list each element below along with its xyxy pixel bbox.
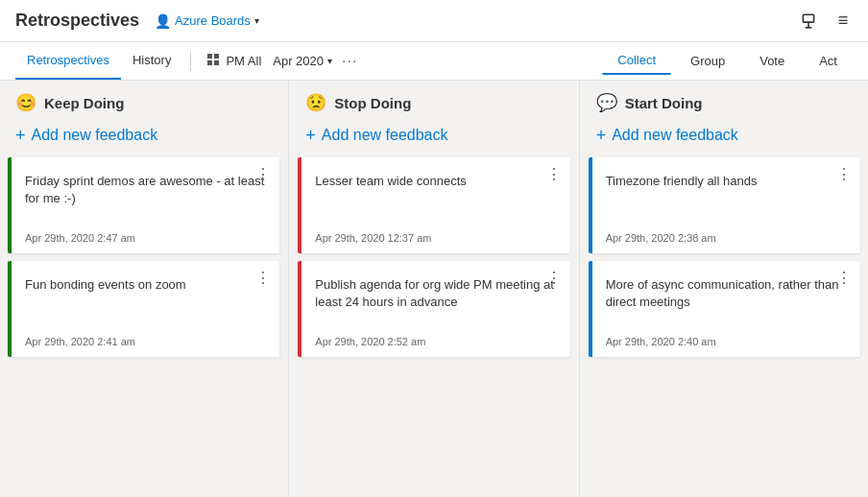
column-header-keep-doing: 😊 Keep Doing bbox=[0, 81, 287, 121]
tab-retrospectives[interactable]: Retrospectives bbox=[15, 42, 121, 80]
svg-rect-3 bbox=[207, 54, 212, 59]
nav-divider bbox=[190, 52, 191, 71]
board-label: PM All bbox=[226, 54, 261, 68]
add-feedback-label: Add new feedback bbox=[612, 127, 738, 144]
column-stop-doing: 😟 Stop Doing +Add new feedback ⋮ Lesser … bbox=[290, 81, 577, 497]
keep-doing-title: Keep Doing bbox=[44, 95, 124, 111]
person-icon: 👤 bbox=[155, 13, 171, 29]
card-menu-button[interactable]: ⋮ bbox=[546, 269, 563, 287]
phase-tabs: Collect Group Vote Act bbox=[602, 47, 853, 75]
column-separator bbox=[288, 81, 289, 497]
cards-area-start-doing: ⋮ Timezone friendly all hands Apr 29th, … bbox=[581, 154, 868, 497]
card-text: Lesser team wide connects bbox=[315, 173, 558, 223]
stop-doing-title: Stop Doing bbox=[334, 95, 411, 111]
column-keep-doing: 😊 Keep Doing +Add new feedback ⋮ Friday … bbox=[0, 81, 287, 497]
card-menu-button[interactable]: ⋮ bbox=[836, 165, 853, 183]
table-row[interactable]: ⋮ Fun bonding events on zoom Apr 29th, 2… bbox=[8, 261, 279, 357]
table-row[interactable]: ⋮ More of async communication, rather th… bbox=[589, 261, 860, 357]
table-row[interactable]: ⋮ Friday sprint demos are awesome - at l… bbox=[8, 157, 279, 253]
table-row[interactable]: ⋮ Publish agenda for org wide PM meeting… bbox=[298, 261, 569, 357]
add-feedback-start-doing[interactable]: +Add new feedback bbox=[581, 121, 868, 154]
board-selector[interactable]: PM All bbox=[199, 53, 269, 69]
card-text: Friday sprint demos are awesome - at lea… bbox=[25, 173, 268, 223]
card-date: Apr 29th, 2020 12:37 am bbox=[315, 232, 558, 244]
card-date: Apr 29th, 2020 2:40 am bbox=[606, 336, 849, 347]
tab-act[interactable]: Act bbox=[804, 48, 853, 74]
start-doing-icon: 💬 bbox=[596, 92, 617, 113]
table-row[interactable]: ⋮ Lesser team wide connects Apr 29th, 20… bbox=[298, 157, 569, 253]
plus-icon: + bbox=[15, 127, 26, 144]
table-row[interactable]: ⋮ Timezone friendly all hands Apr 29th, … bbox=[589, 157, 860, 253]
column-header-stop-doing: 😟 Stop Doing bbox=[290, 81, 577, 121]
card-text: Fun bonding events on zoom bbox=[25, 276, 268, 326]
tab-history[interactable]: History bbox=[121, 42, 182, 80]
more-options-button[interactable]: ··· bbox=[336, 53, 363, 70]
card-date: Apr 29th, 2020 2:38 am bbox=[606, 232, 849, 244]
add-feedback-stop-doing[interactable]: +Add new feedback bbox=[290, 121, 577, 154]
main-content: 😊 Keep Doing +Add new feedback ⋮ Friday … bbox=[0, 81, 868, 497]
add-feedback-keep-doing[interactable]: +Add new feedback bbox=[0, 121, 287, 154]
chevron-down-icon: ▾ bbox=[254, 15, 259, 26]
card-menu-button[interactable]: ⋮ bbox=[255, 269, 272, 287]
azure-boards-link[interactable]: 👤 Azure Boards ▾ bbox=[155, 13, 259, 29]
card-menu-button[interactable]: ⋮ bbox=[546, 165, 563, 183]
svg-rect-4 bbox=[214, 54, 219, 59]
card-text: Publish agenda for org wide PM meeting a… bbox=[315, 276, 558, 326]
board-grid-icon bbox=[206, 53, 220, 69]
add-feedback-label: Add new feedback bbox=[322, 127, 448, 144]
column-header-start-doing: 💬 Start Doing bbox=[581, 81, 868, 121]
cards-area-keep-doing: ⋮ Friday sprint demos are awesome - at l… bbox=[0, 154, 287, 497]
hamburger-menu-icon[interactable]: ≡ bbox=[833, 12, 853, 31]
keep-doing-icon: 😊 bbox=[15, 92, 36, 113]
pin-icon[interactable] bbox=[799, 12, 818, 31]
plus-icon: + bbox=[305, 127, 316, 144]
date-chevron-icon: ▾ bbox=[327, 56, 332, 66]
card-menu-button[interactable]: ⋮ bbox=[255, 165, 272, 183]
svg-rect-6 bbox=[214, 60, 219, 65]
card-text: More of async communication, rather than… bbox=[606, 276, 849, 326]
stop-doing-icon: 😟 bbox=[305, 92, 326, 113]
start-doing-title: Start Doing bbox=[625, 95, 703, 111]
add-feedback-label: Add new feedback bbox=[32, 127, 158, 144]
plus-icon: + bbox=[596, 127, 607, 144]
column-start-doing: 💬 Start Doing +Add new feedback ⋮ Timezo… bbox=[581, 81, 868, 497]
card-date: Apr 29th, 2020 2:47 am bbox=[25, 232, 268, 244]
card-menu-button[interactable]: ⋮ bbox=[836, 269, 853, 287]
card-date: Apr 29th, 2020 2:41 am bbox=[25, 336, 268, 347]
date-label: Apr 2020 bbox=[273, 54, 324, 68]
tab-collect[interactable]: Collect bbox=[602, 47, 671, 75]
card-date: Apr 29th, 2020 2:52 am bbox=[315, 336, 558, 347]
app-title: Retrospectives bbox=[15, 11, 139, 31]
svg-rect-5 bbox=[207, 60, 212, 65]
card-text: Timezone friendly all hands bbox=[606, 173, 849, 223]
tab-group[interactable]: Group bbox=[675, 48, 740, 74]
nav-bar: Retrospectives History PM All Apr 2020 ▾… bbox=[0, 42, 868, 81]
tab-vote[interactable]: Vote bbox=[744, 48, 800, 74]
column-separator bbox=[579, 81, 580, 497]
date-picker[interactable]: Apr 2020 ▾ bbox=[269, 54, 336, 68]
cards-area-stop-doing: ⋮ Lesser team wide connects Apr 29th, 20… bbox=[290, 154, 577, 497]
svg-rect-0 bbox=[803, 14, 813, 22]
azure-boards-label: Azure Boards bbox=[175, 13, 251, 28]
app-header: Retrospectives 👤 Azure Boards ▾ ≡ bbox=[0, 0, 868, 42]
